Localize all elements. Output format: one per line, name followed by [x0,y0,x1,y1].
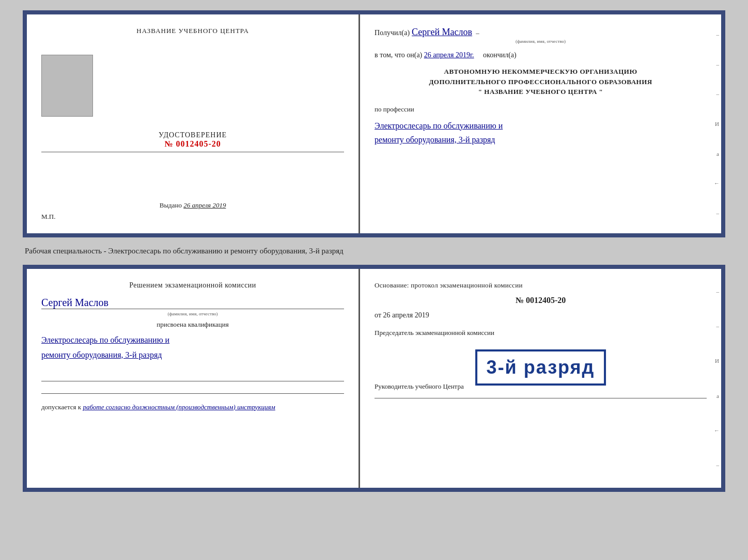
chairman-label: Председатель экзаменационной комиссии [375,329,707,337]
receiver-sublabel: (фамилия, имя, отчество) [375,39,707,44]
basis-text: Основание: протокол экзаменационной коми… [375,281,707,290]
issued-prefix: Выдано [160,201,182,209]
receiver-block: Получил(а) Сергей Маслов – (фамилия, имя… [375,27,707,44]
protocol-date: от 26 апреля 2019 [375,311,707,319]
cert1-right-panel: Получил(а) Сергей Маслов – (фамилия, имя… [360,14,721,233]
cert1-issued-line: Выдано 26 апреля 2019 [160,201,226,210]
photo-placeholder [41,55,93,117]
stamp: 3-й разряд [475,349,606,386]
cert2-right-panel: Основание: протокол экзаменационной коми… [360,269,721,488]
org-line2: ДОПОЛНИТЕЛЬНОГО ПРОФЕССИОНАЛЬНОГО ОБРАЗО… [375,77,707,87]
org-block: АВТОНОМНУЮ НЕКОММЕРЧЕСКУЮ ОРГАНИЗАЦИЮ ДО… [375,67,707,97]
protocol-date-value: 26 апреля 2019 [383,311,429,319]
commission-title: Решением экзаменационной комиссии [41,281,344,290]
mp-label: М.П. [41,213,55,221]
receiver-name: Сергей Маслов [412,27,472,37]
middle-text: Рабочая специальность - Электрослесарь п… [23,247,725,255]
qualification-label: присвоена квалификация [41,321,344,329]
stamp-text: 3-й разряд [487,357,595,378]
qual-line1: Электрослесарь по обслуживанию и [41,333,344,348]
sig-line-1 [41,372,344,381]
profession-label: по профессии [375,105,707,114]
cert2-name-sublabel: (фамилия, имя, отчество) [41,311,344,316]
signature-lines [41,372,344,394]
protocol-number: № 0012405-20 [375,296,707,305]
profession-line1: Электрослесарь по обслуживанию и ремонту… [375,119,707,147]
protocol-date-prefix: от [375,311,381,319]
org-line3: " НАЗВАНИЕ УЧЕБНОГО ЦЕНТРА " [375,87,707,97]
cert1-left-panel: НАЗВАНИЕ УЧЕБНОГО ЦЕНТРА УДОСТОВЕРЕНИЕ №… [27,14,360,233]
date-suffix: окончил(а) [483,51,517,59]
cert2-name: Сергей Маслов [41,297,344,309]
cert2-name-block: Сергей Маслов (фамилия, имя, отчество) [41,294,344,316]
cert1-school-name: НАЗВАНИЕ УЧЕБНОГО ЦЕНТРА [136,27,248,35]
certificate-1: НАЗВАНИЕ УЧЕБНОГО ЦЕНТРА УДОСТОВЕРЕНИЕ №… [23,10,725,237]
allowed-text: работе согласно должностным (производств… [83,403,275,411]
date-value: 26 апреля 2019г. [424,51,474,59]
cert1-number: № 0012405-20 [159,139,227,149]
date-prefix: в том, что он(а) [375,51,422,59]
receiver-prefix: Получил(а) [375,29,410,37]
allowed-prefix: допускается к [41,403,81,411]
director-sig-line [375,398,707,398]
qualification-block: Электрослесарь по обслуживанию и ремонту… [41,333,344,363]
qual-line2: ремонту оборудования, 3-й разряд [41,348,344,363]
right-deco: – – – И а ← – [712,14,721,233]
org-line1: АВТОНОМНУЮ НЕКОММЕРЧЕСКУЮ ОРГАНИЗАЦИЮ [375,67,707,77]
allowed-block: допускается к работе согласно должностны… [41,403,344,411]
date-block: в том, что он(а) 26 апреля 2019г. окончи… [375,51,707,59]
cert1-id-block: УДОСТОВЕРЕНИЕ № 0012405-20 [159,131,227,149]
issued-date: 26 апреля 2019 [183,201,226,209]
cert1-label: УДОСТОВЕРЕНИЕ [159,131,227,139]
sig-line-2 [41,385,344,394]
right-deco-2: – – И а ← – [712,269,721,488]
certificate-2: Решением экзаменационной комиссии Сергей… [23,265,725,492]
cert2-left-panel: Решением экзаменационной комиссии Сергей… [27,269,360,488]
